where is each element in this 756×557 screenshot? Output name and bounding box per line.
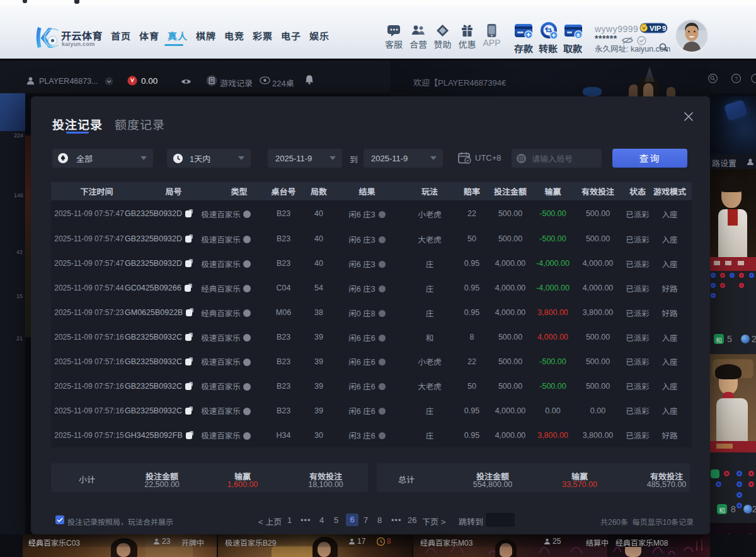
svg-text:?: ? [735, 76, 738, 82]
svg-text:VIP: VIP [650, 25, 662, 32]
svg-text:9: 9 [662, 25, 666, 32]
